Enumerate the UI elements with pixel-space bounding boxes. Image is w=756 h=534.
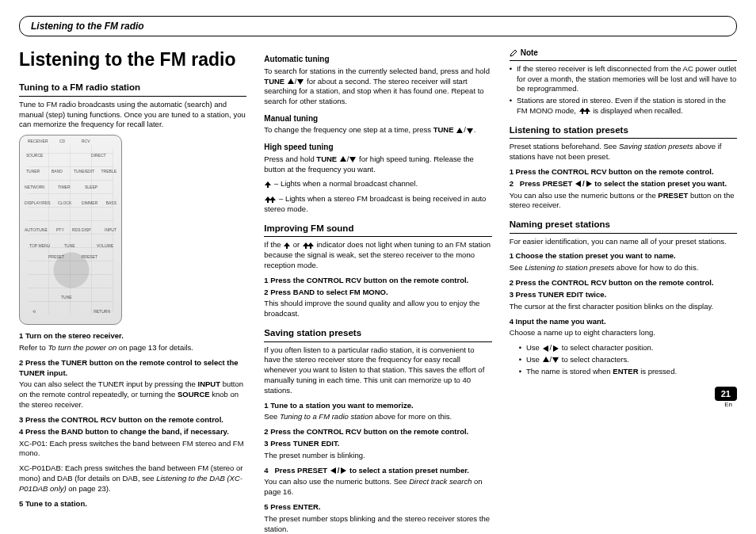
ls-sub: You can also use the numeric buttons or …: [510, 191, 737, 212]
up-icon: [339, 155, 347, 163]
intro-paragraph: Tune to FM radio broadcasts using the au…: [19, 100, 246, 130]
step-1: 1 Turn on the stereo receiver.: [19, 331, 246, 341]
up-icon: [456, 127, 464, 135]
ls-step-2: 2 Press PRESET / to select the station p…: [510, 179, 737, 189]
column-1: Listening to the FM radio Tuning to a FM…: [19, 48, 246, 534]
antenna-icon: [283, 242, 291, 250]
nm-step-1: 1 Choose the station preset you want to …: [510, 251, 737, 261]
saving-text: If you often listen to a particular radi…: [264, 345, 491, 396]
nm-step-3-sub: The cursor at the first character positi…: [510, 302, 737, 312]
step-3: 3 Press the CONTROL RCV button on the re…: [19, 415, 246, 425]
column-2: Automatic tuning To search for stations …: [264, 48, 491, 534]
heading-saving: Saving station presets: [264, 327, 491, 342]
nm-step-4-sub: Choose a name up to eight characters lon…: [510, 328, 737, 338]
content-columns: Listening to the FM radio Tuning to a FM…: [19, 48, 737, 534]
imp-step-1: 1 Press the CONTROL RCV button on the re…: [264, 276, 491, 286]
page-lang: En: [724, 401, 732, 410]
left-icon: [542, 345, 550, 353]
indicator-mono: – Lights when a normal broadcast channel…: [264, 179, 491, 189]
listening-text: Preset stations beforehand. See Saving s…: [510, 142, 737, 162]
high-speed-text: Press and hold TUNE / for high speed tun…: [264, 154, 491, 175]
heading-naming: Naming preset stations: [510, 219, 737, 234]
down-icon: [466, 127, 474, 135]
sv-step-3-sub: The preset number is blinking.: [264, 451, 491, 461]
step-4-sub1: XC-P01: Each press switches the band bet…: [19, 439, 246, 460]
improving-text: If the or indicator does not light when …: [264, 240, 491, 270]
naming-bullets: Use / to select character position. Use …: [510, 343, 737, 376]
sv-step-5-sub: The preset number stops blinking and the…: [264, 514, 491, 534]
nm-bullet-2: Use / to select characters.: [519, 355, 737, 365]
sv-step-1-sub: See Tuning to a FM radio station above f…: [264, 412, 491, 422]
section-header-title: Listening to the FM radio: [31, 21, 144, 32]
down-icon: [349, 155, 357, 163]
manual-tuning-text: To change the frequency one step at a ti…: [264, 125, 491, 135]
nm-bullet-1: Use / to select character position.: [519, 343, 737, 353]
sv-step-1: 1 Tune to a station you want to memorize…: [264, 401, 491, 411]
note-heading: Note: [510, 48, 737, 61]
step-2-sub: You can also select the TUNER input by p…: [19, 380, 246, 410]
nm-step-3: 3 Press TUNER EDIT twice.: [510, 290, 737, 300]
left-icon: [330, 467, 338, 475]
heading-auto-tuning: Automatic tuning: [264, 54, 491, 65]
indicator-stereo: – Lights when a stereo FM broadcast is b…: [264, 194, 491, 215]
sv-step-3: 3 Press TUNER EDIT.: [264, 439, 491, 449]
down-icon: [296, 78, 304, 86]
antenna-icon: [264, 181, 272, 189]
left-icon: [575, 180, 582, 188]
up-icon: [287, 78, 295, 86]
column-3: Note If the stereo receiver is left disc…: [510, 48, 737, 534]
nm-step-1-sub: See Listening to station presets above f…: [510, 263, 737, 273]
sv-step-4: 4 Press PRESET / to select a station pre…: [264, 466, 491, 476]
heading-high-speed: High speed tuning: [264, 142, 491, 153]
imp-step-2: 2 Press BAND to select FM MONO.: [264, 288, 491, 298]
right-icon: [552, 345, 559, 353]
naming-text: For easier identification, you can name …: [510, 237, 737, 247]
step-2: 2 Press the TUNER button on the remote c…: [19, 358, 246, 379]
remote-control-illustration: RECEIVER CD RCV SOURCE DIRECT TUNER BAND…: [19, 135, 122, 325]
note-bullet-1: If the stereo receiver is left disconnec…: [510, 64, 737, 94]
step-4-sub2: XC-P01DAB: Each press switches the band …: [19, 463, 246, 494]
heading-tuning: Tuning to a FM radio station: [19, 82, 246, 97]
right-icon: [585, 180, 593, 188]
nm-step-4: 4 Input the name you want.: [510, 317, 737, 327]
sv-step-4-sub: You can also use the numeric buttons. Se…: [264, 477, 491, 498]
right-icon: [339, 467, 347, 475]
ls-step-1: 1 Press the CONTROL RCV button on the re…: [510, 167, 737, 177]
sv-step-5: 5 Press ENTER.: [264, 502, 491, 513]
section-header: Listening to the FM radio: [19, 16, 737, 36]
page-number-badge: 21: [715, 387, 737, 402]
pencil-icon: [510, 49, 517, 57]
nm-step-2: 2 Press the CONTROL RCV button on the re…: [510, 278, 737, 288]
heading-listening-presets: Listening to station presets: [510, 124, 737, 139]
sv-step-2: 2 Press the CONTROL RCV button on the re…: [264, 427, 491, 437]
step-5: 5 Tune to a station.: [19, 499, 246, 509]
auto-tuning-text: To search for stations in the currently …: [264, 67, 491, 107]
stereo-antenna-icon: [307, 242, 315, 250]
page-title: Listening to the FM radio: [19, 48, 246, 72]
up-icon: [542, 356, 550, 364]
note-bullet-2: Stations are stored in stereo. Even if t…: [510, 96, 737, 116]
step-1-sub: Refer to To turn the power on on page 13…: [19, 343, 246, 353]
down-icon: [552, 356, 559, 364]
stereo-antenna-icon: [583, 107, 591, 115]
nm-bullet-3: The name is stored when ENTER is pressed…: [519, 367, 737, 377]
heading-manual-tuning: Manual tuning: [264, 113, 491, 124]
imp-sub: This should improve the sound quality an…: [264, 299, 491, 319]
stereo-antenna-icon: [269, 196, 277, 204]
heading-improving: Improving FM sound: [264, 223, 491, 238]
step-4: 4 Press the BAND button to change the ba…: [19, 427, 246, 437]
